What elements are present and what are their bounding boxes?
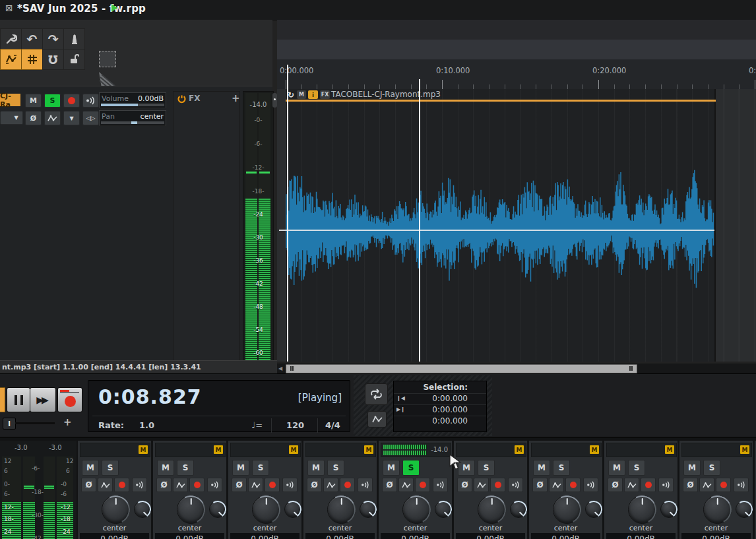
envelope-button[interactable]	[549, 478, 564, 492]
phase-button[interactable]: Ø	[232, 478, 247, 492]
marquee-select-tool[interactable]	[99, 51, 116, 67]
monitor-button[interactable]	[583, 478, 598, 492]
mixer-strip[interactable]: M M S Ø center 0.00dB	[679, 441, 753, 539]
monitor-button[interactable]	[734, 478, 749, 492]
mixer-strip[interactable]: M M S Ø center 0.00dB	[303, 441, 377, 539]
volume-slider[interactable]	[101, 104, 164, 106]
envelope-button[interactable]	[98, 478, 113, 492]
vertical-scrollbar-nub[interactable]	[272, 93, 277, 108]
pan-knob[interactable]	[360, 501, 377, 518]
pan-mode-button[interactable]: ◁▷	[82, 111, 99, 125]
solo-button[interactable]: S	[478, 460, 495, 476]
record-arm-button[interactable]	[716, 478, 731, 492]
pan-knob[interactable]	[209, 501, 226, 518]
pan-knob[interactable]	[660, 501, 677, 518]
phase-button[interactable]: Ø	[307, 478, 322, 492]
record-arm-button[interactable]	[114, 478, 129, 492]
volume-knob[interactable]	[102, 495, 130, 524]
mute-button[interactable]: M	[683, 460, 701, 476]
volume-readout[interactable]: 0.00dB	[305, 533, 375, 539]
timeline-ruler[interactable]: 0:00.0000:10.0000:20.0000:30.000	[277, 59, 756, 90]
phase-button[interactable]: Ø	[382, 478, 397, 492]
mixer-track-name[interactable]: M	[230, 443, 301, 457]
mute-button[interactable]: M	[608, 460, 625, 476]
mixer-track-name[interactable]: M	[681, 443, 752, 457]
mute-button[interactable]: M	[232, 460, 249, 476]
solo-button[interactable]: S	[703, 460, 720, 476]
volume-readout[interactable]: 0.00dB	[230, 533, 299, 539]
monitor-button[interactable]	[508, 478, 523, 492]
mixer-track-name[interactable]: M	[305, 443, 376, 457]
solo-button[interactable]: S	[628, 460, 645, 476]
lock-button[interactable]	[63, 49, 85, 70]
monitor-button[interactable]	[282, 478, 298, 492]
thumb-grip-right[interactable]	[629, 366, 631, 371]
global-automation-button[interactable]	[367, 411, 387, 428]
track-name-field[interactable]: CJ-Ra	[0, 94, 20, 106]
envelope-button[interactable]	[398, 478, 414, 492]
envelope-button[interactable]	[474, 478, 489, 492]
volume-readout[interactable]: 0.00dB	[456, 533, 525, 539]
mixer-strip[interactable]: M M S Ø center 0.00dB	[228, 441, 301, 539]
playrate-plus[interactable]: +	[63, 416, 72, 428]
scroll-left-arrow[interactable]: ◀	[278, 365, 282, 371]
mute-button[interactable]: M	[383, 460, 400, 476]
record-arm-button[interactable]	[340, 478, 355, 492]
undo-button[interactable]: ↶	[21, 28, 43, 49]
transport-time-display[interactable]: 0:08.827 [Playing] Rate: 1.0 ♩= 120 4/4	[88, 380, 350, 432]
record-arm-button[interactable]	[641, 478, 656, 492]
pan-slider-handle[interactable]	[131, 121, 137, 124]
item-fx-button[interactable]: FX	[320, 90, 330, 99]
volume-readout[interactable]: 0.00dB	[155, 533, 224, 539]
options-wrench-button[interactable]	[0, 28, 22, 49]
horizontal-scrollbar[interactable]: ◀	[277, 364, 756, 373]
mixer-track-name[interactable]: M	[456, 443, 526, 457]
volume-knob[interactable]	[628, 495, 656, 524]
phase-button[interactable]: Ø	[457, 478, 472, 492]
monitor-button[interactable]	[433, 478, 448, 492]
envelope-button[interactable]	[624, 478, 639, 492]
close-project-icon[interactable]: ⊠	[5, 3, 13, 13]
item-header[interactable]: ↻ M i FX TACOBELL-CJ-Raymont.mp3	[286, 89, 714, 100]
phase-button[interactable]: Ø	[81, 478, 96, 492]
mixer-track-name[interactable]: M	[606, 443, 677, 457]
pan-slider[interactable]	[101, 121, 164, 124]
envelope-button[interactable]	[173, 478, 188, 492]
volume-knob[interactable]	[252, 495, 280, 524]
mixer-track-name[interactable]: M	[80, 443, 150, 457]
record-arm-button[interactable]	[565, 478, 581, 492]
redo-button[interactable]: ↷	[42, 28, 64, 49]
track-envelope-button[interactable]	[44, 111, 61, 125]
time-signature[interactable]: 4/4	[325, 420, 340, 430]
thumb-grip-left[interactable]	[292, 366, 294, 371]
envelope-button[interactable]	[699, 478, 714, 492]
playrate-slider-handle[interactable]: I	[3, 418, 16, 429]
record-arm-button[interactable]	[189, 478, 205, 492]
repeat-toggle-button[interactable]	[365, 383, 388, 405]
pan-knob[interactable]	[510, 501, 527, 518]
selection-start-row[interactable]: ❙◀ 0:00.000	[394, 393, 486, 404]
item-mute-button[interactable]: M	[297, 90, 306, 99]
envelope-button[interactable]	[248, 478, 263, 492]
selection-end-value[interactable]: 0:00.000	[432, 405, 468, 414]
phase-button[interactable]: Ø	[683, 478, 698, 492]
monitor-button[interactable]	[658, 478, 674, 492]
track-mute-button[interactable]: M	[25, 94, 42, 108]
volume-readout[interactable]: 0.00dB	[606, 533, 676, 539]
volume-knob[interactable]	[478, 495, 506, 524]
grid-snap-button[interactable]	[21, 49, 43, 70]
selection-length-row[interactable]: 0:00.000	[394, 416, 486, 426]
selection-end-row[interactable]: ▶❙ 0:00.000	[394, 404, 486, 415]
pan-knob[interactable]	[585, 501, 602, 518]
record-arm-button[interactable]	[415, 478, 430, 492]
volume-knob[interactable]	[553, 495, 581, 524]
thumb-grip-right[interactable]	[631, 366, 633, 371]
solo-button[interactable]: S	[553, 460, 570, 476]
volume-readout[interactable]: 0.00dB	[381, 533, 450, 539]
monitor-button[interactable]	[207, 478, 222, 492]
mute-button[interactable]: M	[458, 460, 475, 476]
add-fx-button[interactable]: +	[232, 92, 240, 104]
track-solo-button[interactable]: S	[44, 94, 61, 108]
master-peak-left[interactable]: -3.0	[15, 444, 28, 451]
track-fx-dropdown[interactable]: ▼	[63, 111, 80, 125]
